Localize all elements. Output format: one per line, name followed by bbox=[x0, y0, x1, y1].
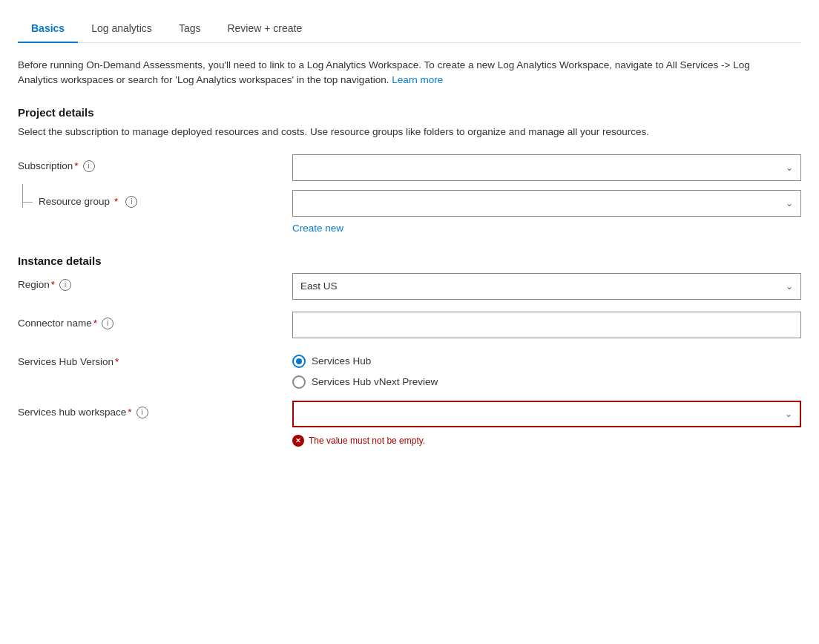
resource-group-required: * bbox=[114, 196, 118, 207]
radio-services-hub-vnext-input[interactable] bbox=[292, 375, 306, 389]
connector-name-row: Connector name * i bbox=[18, 312, 801, 338]
workspace-error-message: The value must not be empty. bbox=[292, 435, 801, 447]
resource-group-info-icon[interactable]: i bbox=[125, 196, 137, 208]
tab-tags[interactable]: Tags bbox=[165, 15, 214, 43]
resource-group-label: Resource group bbox=[39, 196, 110, 207]
region-value: East US bbox=[300, 280, 786, 292]
info-paragraph: Before running On-Demand Assessments, yo… bbox=[18, 58, 789, 88]
region-required: * bbox=[51, 279, 55, 290]
radio-services-hub-vnext[interactable]: Services Hub vNext Preview bbox=[292, 375, 801, 389]
services-hub-version-control: Services Hub Services Hub vNext Preview bbox=[292, 350, 801, 389]
connector-name-info-icon[interactable]: i bbox=[102, 318, 114, 329]
radio-group: Services Hub Services Hub vNext Preview bbox=[292, 350, 801, 389]
workspace-required: * bbox=[128, 407, 131, 418]
connector-name-control bbox=[292, 312, 801, 338]
services-hub-version-row: Services Hub Version * Services Hub Serv… bbox=[18, 350, 801, 389]
error-icon bbox=[292, 435, 304, 447]
workspace-chevron-icon: ⌄ bbox=[785, 409, 792, 419]
subscription-info-icon[interactable]: i bbox=[83, 160, 95, 172]
resource-group-control: ⌄ Create new bbox=[292, 190, 801, 234]
subscription-dropdown[interactable]: ⌄ bbox=[292, 154, 801, 181]
services-hub-version-label-col: Services Hub Version * bbox=[18, 350, 292, 367]
connector-name-label: Connector name bbox=[18, 318, 92, 329]
region-info-icon[interactable]: i bbox=[59, 279, 71, 291]
workspace-dropdown[interactable]: ⌄ bbox=[292, 401, 801, 427]
subscription-row: Subscription * i ⌄ bbox=[18, 154, 801, 181]
region-chevron-icon: ⌄ bbox=[786, 281, 793, 292]
connector-name-required: * bbox=[93, 318, 97, 329]
subscription-chevron-icon: ⌄ bbox=[786, 162, 793, 173]
workspace-label: Services hub workspace bbox=[18, 407, 126, 418]
connector-name-label-col: Connector name * i bbox=[18, 312, 292, 329]
project-details-section: Project details Select the subscription … bbox=[18, 106, 801, 234]
region-control: East US ⌄ bbox=[292, 273, 801, 300]
subscription-control: ⌄ bbox=[292, 154, 801, 181]
services-hub-version-label: Services Hub Version bbox=[18, 356, 114, 367]
radio-services-hub[interactable]: Services Hub bbox=[292, 355, 801, 368]
instance-details-heading: Instance details bbox=[18, 254, 801, 267]
subscription-label: Subscription bbox=[18, 160, 73, 171]
instance-details-section: Instance details Region * i East US ⌄ Co… bbox=[18, 254, 801, 447]
radio-services-hub-label: Services Hub bbox=[312, 355, 371, 367]
radio-services-hub-input[interactable] bbox=[292, 355, 306, 368]
create-new-link[interactable]: Create new bbox=[292, 223, 801, 234]
project-details-heading: Project details bbox=[18, 106, 801, 119]
resource-group-chevron-icon: ⌄ bbox=[786, 198, 793, 208]
tab-basics[interactable]: Basics bbox=[18, 15, 78, 43]
services-hub-version-required: * bbox=[115, 356, 119, 367]
workspace-label-col: Services hub workspace * i bbox=[18, 401, 292, 418]
region-row: Region * i East US ⌄ bbox=[18, 273, 801, 300]
error-text: The value must not be empty. bbox=[309, 436, 425, 446]
tab-review-create[interactable]: Review + create bbox=[214, 15, 315, 43]
workspace-row: Services hub workspace * i ⌄ The value m… bbox=[18, 401, 801, 447]
learn-more-link[interactable]: Learn more bbox=[392, 74, 443, 85]
region-dropdown[interactable]: East US ⌄ bbox=[292, 273, 801, 300]
resource-group-dropdown[interactable]: ⌄ bbox=[292, 190, 801, 217]
resource-group-row: Resource group * i ⌄ Create new bbox=[18, 190, 801, 234]
region-label-col: Region * i bbox=[18, 273, 292, 291]
radio-services-hub-vnext-label: Services Hub vNext Preview bbox=[312, 376, 438, 387]
workspace-info-icon[interactable]: i bbox=[136, 407, 148, 418]
info-text-content: Before running On-Demand Assessments, yo… bbox=[18, 59, 750, 85]
workspace-control: ⌄ The value must not be empty. bbox=[292, 401, 801, 447]
subscription-required: * bbox=[74, 160, 78, 171]
region-label: Region bbox=[18, 279, 50, 290]
tab-log-analytics[interactable]: Log analytics bbox=[78, 15, 165, 43]
connector-name-input[interactable] bbox=[292, 312, 801, 338]
tab-bar: Basics Log analytics Tags Review + creat… bbox=[18, 15, 801, 43]
resource-group-label-col: Resource group * i bbox=[18, 190, 292, 208]
project-details-desc: Select the subscription to manage deploy… bbox=[18, 125, 789, 139]
subscription-label-col: Subscription * i bbox=[18, 154, 292, 172]
